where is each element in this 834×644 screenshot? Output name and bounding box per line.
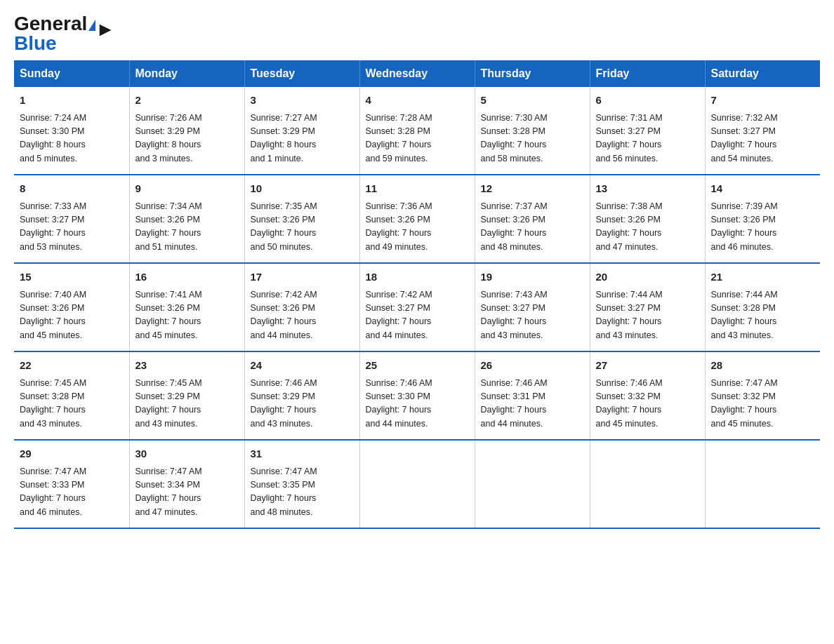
calendar-cell: 11 Sunrise: 7:36 AMSunset: 3:26 PMDaylig… <box>359 175 475 263</box>
day-info: Sunrise: 7:27 AMSunset: 3:29 PMDaylight:… <box>251 112 354 166</box>
calendar-cell: 30 Sunrise: 7:47 AMSunset: 3:34 PMDaylig… <box>129 440 244 528</box>
day-info: Sunrise: 7:30 AMSunset: 3:28 PMDaylight:… <box>481 112 584 166</box>
day-info: Sunrise: 7:34 AMSunset: 3:26 PMDaylight:… <box>135 200 239 255</box>
calendar-cell: 26 Sunrise: 7:46 AMSunset: 3:31 PMDaylig… <box>475 351 590 440</box>
calendar-cell: 10 Sunrise: 7:35 AMSunset: 3:26 PMDaylig… <box>244 175 359 263</box>
day-number: 15 <box>20 269 124 286</box>
week-row-2: 8 Sunrise: 7:33 AMSunset: 3:27 PMDayligh… <box>14 175 820 263</box>
page-header: General► Blue <box>14 14 820 53</box>
day-info: Sunrise: 7:24 AMSunset: 3:30 PMDaylight:… <box>20 112 124 166</box>
calendar-cell: 19 Sunrise: 7:43 AMSunset: 3:27 PMDaylig… <box>475 263 590 351</box>
day-info: Sunrise: 7:47 AMSunset: 3:34 PMDaylight:… <box>135 465 239 520</box>
day-number: 5 <box>481 93 584 109</box>
calendar-cell: 8 Sunrise: 7:33 AMSunset: 3:27 PMDayligh… <box>14 175 129 263</box>
weekday-header-friday: Friday <box>590 60 705 87</box>
day-number: 9 <box>135 181 239 197</box>
day-info: Sunrise: 7:45 AMSunset: 3:28 PMDaylight:… <box>20 377 124 431</box>
calendar-cell: 3 Sunrise: 7:27 AMSunset: 3:29 PMDayligh… <box>244 87 359 175</box>
calendar-cell <box>705 440 820 528</box>
calendar-cell: 13 Sunrise: 7:38 AMSunset: 3:26 PMDaylig… <box>590 175 705 263</box>
day-number: 2 <box>135 93 239 109</box>
calendar-cell: 31 Sunrise: 7:47 AMSunset: 3:35 PMDaylig… <box>244 440 359 528</box>
day-info: Sunrise: 7:33 AMSunset: 3:27 PMDaylight:… <box>20 200 124 255</box>
calendar-cell: 15 Sunrise: 7:40 AMSunset: 3:26 PMDaylig… <box>14 263 129 351</box>
week-row-5: 29 Sunrise: 7:47 AMSunset: 3:33 PMDaylig… <box>14 440 820 528</box>
day-info: Sunrise: 7:42 AMSunset: 3:26 PMDaylight:… <box>251 288 354 343</box>
day-info: Sunrise: 7:28 AMSunset: 3:28 PMDaylight:… <box>366 112 469 166</box>
day-info: Sunrise: 7:31 AMSunset: 3:27 PMDaylight:… <box>596 112 699 166</box>
weekday-header-sunday: Sunday <box>14 60 129 87</box>
calendar-cell <box>359 440 475 528</box>
day-number: 29 <box>20 446 124 462</box>
day-number: 3 <box>251 93 354 109</box>
weekday-header-wednesday: Wednesday <box>359 60 475 87</box>
day-info: Sunrise: 7:44 AMSunset: 3:28 PMDaylight:… <box>711 288 815 343</box>
day-info: Sunrise: 7:43 AMSunset: 3:27 PMDaylight:… <box>481 288 584 343</box>
day-info: Sunrise: 7:46 AMSunset: 3:31 PMDaylight:… <box>481 377 584 431</box>
calendar-cell: 27 Sunrise: 7:46 AMSunset: 3:32 PMDaylig… <box>590 351 705 440</box>
day-info: Sunrise: 7:42 AMSunset: 3:27 PMDaylight:… <box>366 288 469 343</box>
calendar-cell: 20 Sunrise: 7:44 AMSunset: 3:27 PMDaylig… <box>590 263 705 351</box>
day-number: 16 <box>135 269 239 286</box>
day-info: Sunrise: 7:40 AMSunset: 3:26 PMDaylight:… <box>20 288 124 343</box>
weekday-header-saturday: Saturday <box>705 60 820 87</box>
calendar-cell: 24 Sunrise: 7:46 AMSunset: 3:29 PMDaylig… <box>244 351 359 440</box>
day-info: Sunrise: 7:32 AMSunset: 3:27 PMDaylight:… <box>711 112 815 166</box>
day-number: 24 <box>251 358 354 374</box>
week-row-3: 15 Sunrise: 7:40 AMSunset: 3:26 PMDaylig… <box>14 263 820 351</box>
day-info: Sunrise: 7:47 AMSunset: 3:32 PMDaylight:… <box>711 377 815 431</box>
logo-text: General► Blue <box>14 14 95 53</box>
calendar-cell: 2 Sunrise: 7:26 AMSunset: 3:29 PMDayligh… <box>129 87 244 175</box>
day-number: 20 <box>596 269 699 286</box>
day-number: 21 <box>711 269 815 286</box>
day-number: 23 <box>135 358 239 374</box>
calendar-cell: 23 Sunrise: 7:45 AMSunset: 3:29 PMDaylig… <box>129 351 244 440</box>
day-number: 27 <box>596 358 699 374</box>
calendar-cell: 28 Sunrise: 7:47 AMSunset: 3:32 PMDaylig… <box>705 351 820 440</box>
day-number: 6 <box>596 93 699 109</box>
day-info: Sunrise: 7:37 AMSunset: 3:26 PMDaylight:… <box>481 200 584 255</box>
day-info: Sunrise: 7:45 AMSunset: 3:29 PMDaylight:… <box>135 377 239 431</box>
day-number: 11 <box>366 181 469 197</box>
calendar-cell: 29 Sunrise: 7:47 AMSunset: 3:33 PMDaylig… <box>14 440 129 528</box>
day-number: 7 <box>711 93 815 109</box>
weekday-header-row: SundayMondayTuesdayWednesdayThursdayFrid… <box>14 60 820 87</box>
day-number: 18 <box>366 269 469 286</box>
calendar-cell: 1 Sunrise: 7:24 AMSunset: 3:30 PMDayligh… <box>14 87 129 175</box>
calendar-cell: 5 Sunrise: 7:30 AMSunset: 3:28 PMDayligh… <box>475 87 590 175</box>
day-number: 4 <box>366 93 469 109</box>
calendar-cell <box>590 440 705 528</box>
week-row-1: 1 Sunrise: 7:24 AMSunset: 3:30 PMDayligh… <box>14 87 820 175</box>
day-info: Sunrise: 7:41 AMSunset: 3:26 PMDaylight:… <box>135 288 239 343</box>
calendar-cell <box>475 440 590 528</box>
weekday-header-tuesday: Tuesday <box>244 60 359 87</box>
day-number: 8 <box>20 181 124 197</box>
day-number: 19 <box>481 269 584 286</box>
day-number: 12 <box>481 181 584 197</box>
day-number: 31 <box>251 446 354 462</box>
day-info: Sunrise: 7:39 AMSunset: 3:26 PMDaylight:… <box>711 200 815 255</box>
calendar-cell: 9 Sunrise: 7:34 AMSunset: 3:26 PMDayligh… <box>129 175 244 263</box>
calendar-cell: 7 Sunrise: 7:32 AMSunset: 3:27 PMDayligh… <box>705 87 820 175</box>
logo: General► Blue <box>14 14 95 53</box>
weekday-header-thursday: Thursday <box>475 60 590 87</box>
day-info: Sunrise: 7:44 AMSunset: 3:27 PMDaylight:… <box>596 288 699 343</box>
calendar-cell: 14 Sunrise: 7:39 AMSunset: 3:26 PMDaylig… <box>705 175 820 263</box>
day-info: Sunrise: 7:36 AMSunset: 3:26 PMDaylight:… <box>366 200 469 255</box>
calendar-table: SundayMondayTuesdayWednesdayThursdayFrid… <box>14 60 820 529</box>
calendar-cell: 17 Sunrise: 7:42 AMSunset: 3:26 PMDaylig… <box>244 263 359 351</box>
day-info: Sunrise: 7:46 AMSunset: 3:30 PMDaylight:… <box>366 377 469 431</box>
calendar-cell: 25 Sunrise: 7:46 AMSunset: 3:30 PMDaylig… <box>359 351 475 440</box>
day-number: 17 <box>251 269 354 286</box>
day-number: 10 <box>251 181 354 197</box>
logo-general: General <box>14 13 87 34</box>
day-info: Sunrise: 7:47 AMSunset: 3:33 PMDaylight:… <box>20 465 124 520</box>
calendar-cell: 22 Sunrise: 7:45 AMSunset: 3:28 PMDaylig… <box>14 351 129 440</box>
day-number: 30 <box>135 446 239 462</box>
calendar-cell: 4 Sunrise: 7:28 AMSunset: 3:28 PMDayligh… <box>359 87 475 175</box>
calendar-cell: 21 Sunrise: 7:44 AMSunset: 3:28 PMDaylig… <box>705 263 820 351</box>
calendar-cell: 6 Sunrise: 7:31 AMSunset: 3:27 PMDayligh… <box>590 87 705 175</box>
week-row-4: 22 Sunrise: 7:45 AMSunset: 3:28 PMDaylig… <box>14 351 820 440</box>
day-number: 28 <box>711 358 815 374</box>
logo-blue: Blue <box>14 32 57 54</box>
